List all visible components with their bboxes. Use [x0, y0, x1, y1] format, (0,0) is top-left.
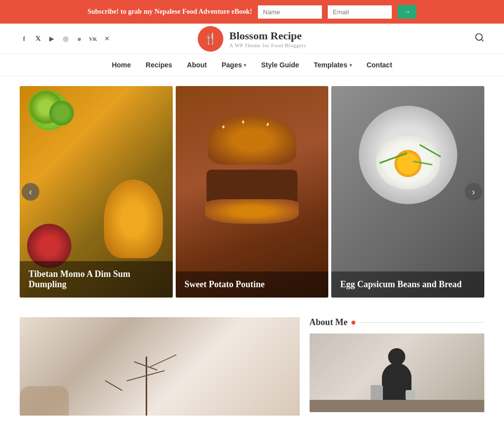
nav-about[interactable]: About [187, 61, 207, 69]
egg-yolk [394, 150, 421, 177]
about-me-header: About Me [310, 317, 484, 328]
counter [310, 400, 484, 412]
top-banner: Subscribe! to grab my Nepalese Food Adve… [0, 0, 504, 24]
slider-container: Tibetan Momo A Dim Sum Dumpling Sweet Po… [20, 86, 484, 298]
instagram-icon[interactable]: ◎ [61, 34, 70, 43]
slide-2[interactable]: Sweet Potato Poutine [176, 86, 329, 298]
pages-dropdown-arrow: ▾ [244, 62, 246, 68]
about-me-dot [351, 321, 355, 325]
site-name: Blossom Recipe [229, 30, 306, 42]
templates-dropdown-arrow: ▾ [349, 62, 352, 68]
about-me-divider [359, 322, 484, 323]
slide-1-caption: Tibetan Momo A Dim Sum Dumpling [20, 261, 173, 298]
banner-text: Subscribe! to grab my Nepalese Food Adve… [88, 8, 252, 16]
nav-contact[interactable]: Contact [367, 61, 392, 69]
slider-prev-button[interactable]: ‹ [22, 183, 39, 201]
slide-2-caption: Sweet Potato Poutine [176, 271, 329, 298]
nav-pages[interactable]: Pages ▾ [221, 61, 246, 69]
slide-1[interactable]: Tibetan Momo A Dim Sum Dumpling [20, 86, 173, 298]
logo-circle: 🍴 [198, 26, 223, 52]
bottom-article-image[interactable] [20, 317, 300, 416]
nav-recipes[interactable]: Recipes [146, 61, 172, 69]
banner-email-input[interactable] [328, 5, 392, 19]
svg-line-1 [481, 39, 483, 41]
lime-slice [29, 90, 63, 124]
drink-glass [104, 180, 163, 258]
burger-bottom [205, 199, 299, 224]
banner-name-input[interactable] [258, 5, 322, 19]
nav-style-guide[interactable]: Style Guide [261, 61, 299, 69]
site-tagline: A WP Theme for Food Bloggers [229, 42, 306, 48]
featured-slider: ‹ Tibetan Momo A Dim Sum Dumpling [0, 76, 504, 307]
nav-home[interactable]: Home [112, 61, 131, 69]
about-me-label: About Me [310, 317, 348, 328]
about-me-photo[interactable] [310, 333, 484, 412]
xing-icon[interactable]: ✕ [102, 34, 111, 43]
site-header: f 𝕏 ▶ ◎ ø VK ✕ 🍴 Blossom Recipe A WP The… [0, 24, 504, 54]
banner-submit-button[interactable]: → [398, 5, 416, 19]
bottom-section: About Me [0, 307, 504, 421]
social-icons-bar: f 𝕏 ▶ ◎ ø VK ✕ [20, 34, 111, 43]
article-thumbnail [20, 317, 300, 416]
counter-item-1 [371, 385, 383, 400]
slide-3-image [331, 86, 484, 298]
youtube-icon[interactable]: ▶ [47, 34, 56, 43]
slide-3[interactable]: Egg Capsicum Beans and Bread [331, 86, 484, 298]
main-nav: Home Recipes About Pages ▾ Style Guide T… [0, 54, 504, 76]
slide-3-caption: Egg Capsicum Beans and Bread [331, 271, 484, 298]
logo-text: Blossom Recipe A WP Theme for Food Blogg… [229, 30, 306, 48]
nav-templates[interactable]: Templates ▾ [314, 61, 351, 69]
vk-icon[interactable]: VK [89, 34, 97, 43]
odnoklassniki-icon[interactable]: ø [75, 34, 84, 43]
slider-next-button[interactable]: › [465, 183, 482, 201]
search-button[interactable] [474, 32, 484, 45]
slide-2-image [176, 86, 329, 298]
hand-blur [20, 386, 69, 416]
facebook-icon[interactable]: f [20, 34, 29, 43]
about-me-widget: About Me [310, 317, 484, 416]
site-logo[interactable]: 🍴 Blossom Recipe A WP Theme for Food Blo… [198, 26, 306, 52]
fork-icon: 🍴 [204, 32, 217, 45]
counter-item-2 [406, 390, 415, 400]
twitter-icon[interactable]: 𝕏 [33, 34, 42, 43]
burger-bun [208, 116, 296, 165]
